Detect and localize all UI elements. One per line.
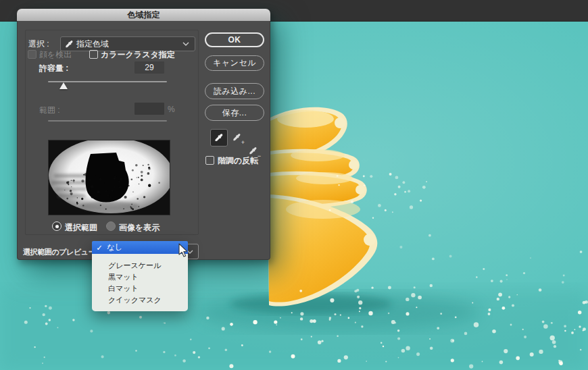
detect-faces-label: 顔を検出 [39,49,72,61]
menu-item-none-label: なし [107,242,123,253]
screen: 色域指定 選択 : 指定色域 顔を検出 カラークラスタ指定 許容量 : [0,0,588,370]
dialog-title-bar[interactable]: 色域指定 [17,9,270,22]
menu-item-black-matte[interactable]: 黒マット [92,271,188,283]
eyedropper-icon [214,133,224,142]
range-label: 範囲 : [39,105,60,116]
checkmark-icon: ✓ [92,243,107,253]
image-radio-label: 画像を表示 [119,222,160,234]
dialog-body: 選択 : 指定色域 顔を検出 カラークラスタ指定 許容量 : 29 範囲 : [17,21,270,260]
load-button[interactable]: 読み込み... [205,83,264,99]
localized-color-clusters-checkbox[interactable] [89,50,98,59]
select-combobox-value: 指定色域 [76,38,109,50]
eyedropper-plus-icon [232,133,241,142]
menu-item-white-matte[interactable]: 白マット [92,283,188,294]
range-unit: % [168,105,175,114]
invert-checkbox[interactable] [205,156,214,165]
image-radio[interactable] [106,221,116,231]
eyedropper-minus-icon [249,147,258,155]
localized-color-clusters-label: カラークラスタ指定 [101,49,175,61]
cancel-button[interactable]: キャンセル [205,55,264,71]
mouse-cursor [178,243,189,258]
range-value-field [134,103,164,115]
selection-radio[interactable] [52,221,62,231]
selection-preview-thumbnail[interactable] [48,140,170,215]
fuzziness-value-field[interactable]: 29 [134,61,164,74]
selection-mask-image [49,140,170,215]
eyedropper-icon [65,40,74,49]
menu-item-none[interactable]: ✓ なし [92,241,188,254]
ok-button[interactable]: OK [205,32,264,47]
selection-preview-label: 選択範囲のプレビュー [23,247,95,257]
eyedropper-tool-selected[interactable] [210,129,228,147]
add-eyedropper-tool[interactable]: + [230,130,243,144]
selection-radio-label: 選択範囲 [65,222,97,234]
range-slider-track [48,120,167,122]
plus-glyph: + [241,139,245,146]
color-range-dialog: 色域指定 選択 : 指定色域 顔を検出 カラークラスタ指定 許容量 : [17,9,270,260]
dialog-title: 色域指定 [128,9,160,21]
invert-checkbox-label: 階調の反転 [218,155,258,167]
save-button[interactable]: 保存... [205,105,264,121]
fuzziness-label: 許容量 : [39,63,68,74]
fuzziness-slider-thumb[interactable] [59,82,68,89]
detect-faces-checkbox[interactable] [28,50,36,59]
menu-item-grayscale[interactable]: グレースケール [92,260,188,271]
preview-dropdown-menu: ✓ なし グレースケール 黒マット 白マット クイックマスク [92,241,188,311]
menu-item-list: グレースケール 黒マット 白マット クイックマスク [92,254,188,311]
menu-item-quick-mask[interactable]: クイックマスク [92,294,188,306]
chevron-down-icon [182,42,189,46]
select-label: 選択 : [28,38,49,50]
